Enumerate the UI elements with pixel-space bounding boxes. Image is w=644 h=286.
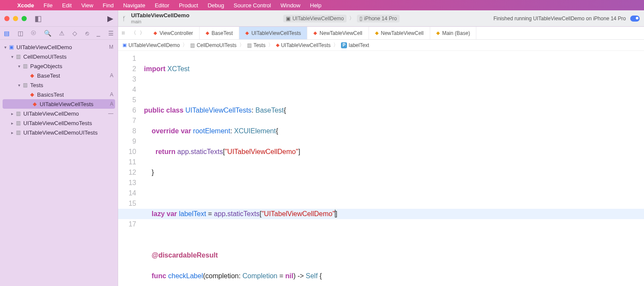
swift-file-icon: ◆ — [245, 30, 249, 36]
debug-navigator-icon[interactable]: ⎋ — [85, 30, 89, 37]
minimize-button[interactable] — [13, 16, 18, 21]
menu-window[interactable]: Window — [281, 2, 300, 9]
symbol-navigator-icon[interactable]: ⦾ — [31, 29, 36, 37]
menu-view[interactable]: View — [81, 2, 93, 9]
editor-tab-newtableviewcell[interactable]: ◆NewTableViewCell — [369, 27, 430, 39]
nav-item-tests[interactable]: ▾▥Tests — [0, 80, 118, 90]
text-cursor — [335, 210, 335, 217]
xcode-cloud-icon[interactable] — [630, 16, 640, 22]
folder-icon: ▥ — [22, 63, 28, 69]
run-button-icon[interactable]: ▶ — [107, 14, 113, 23]
nav-item-label: BaseTest — [37, 72, 107, 79]
breakpoint-navigator-icon[interactable]: ⎯ — [97, 30, 100, 37]
swift-icon: ◆ — [28, 91, 35, 97]
tab-label: NewTableViewCell — [319, 30, 362, 36]
nav-item-celldemouitests[interactable]: ▾▥CellDemoUITests — [0, 52, 118, 61]
menu-product[interactable]: Product — [179, 2, 198, 9]
nav-item-uitableviewcelldemouitests[interactable]: ▸▥UITableViewCellDemoUITests — [0, 128, 118, 137]
folder-icon: ▥ — [15, 129, 22, 135]
navigator-tabs: ▤ ◫ ⦾ 🔍 ⚠ ◇ ⎋ ⎯ ☰ — [0, 27, 118, 40]
menu-file[interactable]: File — [44, 2, 53, 9]
report-navigator-icon[interactable]: ☰ — [108, 30, 114, 37]
history-forward-icon[interactable]: 〉 — [140, 29, 145, 37]
nav-item-label: UITableViewCellDemoUITests — [23, 129, 107, 136]
jump-part-0[interactable]: UITableViewCellDemo — [128, 42, 180, 48]
folder-icon: ▥ — [15, 53, 22, 60]
project-navigator-icon[interactable]: ▤ — [4, 30, 9, 37]
device-icon: ▯ — [360, 16, 363, 22]
nav-item-basicstest[interactable]: ◆BasicsTestA — [0, 90, 118, 99]
menu-edit[interactable]: Edit — [62, 2, 72, 9]
scm-badge: M — [107, 44, 113, 50]
nav-item-uitableviewcelldemo[interactable]: ▸▥UITableViewCellDemo— — [0, 109, 118, 118]
interface-file-icon: ◆ — [375, 30, 378, 36]
editor-tab-uitableviewcelltests[interactable]: ◆UITableViewCellTests — [239, 27, 307, 39]
project-title[interactable]: UITableViewCellDemo main — [131, 13, 189, 25]
editor-tab-viewcontroller[interactable]: ◆ViewController — [147, 27, 200, 39]
disclosure-icon[interactable]: ▸ — [9, 121, 15, 126]
tab-label: UITableViewCellTests — [251, 30, 301, 36]
tab-label: BaseTest — [212, 30, 233, 36]
jump-part-1[interactable]: CellDemoUITests — [197, 42, 237, 48]
menu-debug[interactable]: Debug — [208, 2, 224, 9]
nav-item-pageobjects[interactable]: ▾▥PageObjects — [0, 61, 118, 71]
scheme-label: UITableViewCellDemo — [292, 16, 344, 22]
find-navigator-icon[interactable]: 🔍 — [44, 30, 51, 37]
nav-item-label: UITableViewCellTests — [40, 101, 107, 107]
menubar-app[interactable]: Xcode — [17, 2, 34, 9]
menu-navigate[interactable]: Navigate — [123, 2, 145, 9]
code-content[interactable]: import XCTest public class UITableViewCe… — [141, 51, 644, 286]
proj-icon: ▣ — [8, 44, 15, 50]
nav-item-label: UITableViewCellDemo — [16, 44, 107, 50]
disclosure-icon[interactable]: ▾ — [16, 83, 22, 88]
nav-item-basetest[interactable]: ◆BaseTestA — [0, 71, 118, 80]
scm-badge: A — [107, 72, 113, 79]
nav-item-uitableviewcelltests[interactable]: ◆UITableViewCellTestsA — [3, 99, 115, 109]
disclosure-icon[interactable]: ▾ — [3, 45, 8, 50]
jump-bar[interactable]: ▣ UITableViewCellDemo〉 ▥ CellDemoUITests… — [118, 40, 644, 51]
swift-icon: ◆ — [28, 72, 35, 79]
editor-tab-newtableviewcell[interactable]: ◆NewTableViewCell — [307, 27, 369, 39]
navigator-sidebar: ▤ ◫ ⦾ 🔍 ⚠ ◇ ⎋ ⎯ ☰ ▾▣UITableViewCellDemoM… — [0, 27, 118, 286]
disclosure-icon[interactable]: ▸ — [9, 130, 15, 135]
close-button[interactable] — [4, 16, 9, 21]
xcode-window: ◧ ▶ ᚶ UITableViewCellDemo main ▣UITableV… — [0, 10, 644, 286]
disclosure-icon[interactable]: ▾ — [9, 54, 15, 59]
scheme-icon: ▣ — [286, 16, 291, 22]
menu-sourcecontrol[interactable]: Source Control — [234, 2, 271, 9]
menu-editor[interactable]: Editor — [155, 2, 169, 9]
menu-help[interactable]: Help — [310, 2, 322, 9]
tab-label: ViewController — [159, 30, 193, 36]
code-editor[interactable]: 1234567891011121314151617 import XCTest … — [118, 51, 644, 286]
jump-part-3[interactable]: UITableViewCellTests — [281, 42, 331, 48]
toggle-sidebar-icon[interactable]: ◧ — [34, 14, 42, 23]
test-navigator-icon[interactable]: ◇ — [72, 30, 77, 37]
zoom-button[interactable] — [22, 16, 27, 21]
menu-find[interactable]: Find — [103, 2, 113, 9]
nav-item-label: UITableViewCellDemoTests — [23, 120, 107, 126]
issue-navigator-icon[interactable]: ⚠ — [59, 30, 65, 37]
project-tree: ▾▣UITableViewCellDemoM▾▥CellDemoUITests▾… — [0, 40, 118, 140]
run-destination[interactable]: ▣UITableViewCellDemo 〉 ▯iPhone 14 Pro — [194, 15, 488, 22]
interface-file-icon: ◆ — [436, 30, 440, 36]
project-name: UITableViewCellDemo — [131, 13, 189, 19]
nav-item-uitableviewcelldemotests[interactable]: ▸▥UITableViewCellDemoTests — [0, 118, 118, 128]
branch-icon[interactable]: ᚶ — [122, 15, 126, 22]
toolbar-left: ◧ ▶ — [0, 10, 118, 26]
jump-part-2[interactable]: Tests — [253, 42, 266, 48]
disclosure-icon[interactable]: ▸ — [9, 111, 15, 116]
tab-label: NewTableViewCell — [381, 30, 424, 36]
source-control-navigator-icon[interactable]: ◫ — [18, 30, 23, 37]
editor-tab-basetest[interactable]: ◆BaseTest — [200, 27, 239, 39]
editor-tab-main-base-[interactable]: ◆Main (Base) — [430, 27, 477, 39]
swift-file-icon: ◆ — [276, 42, 279, 48]
tab-label: Main (Base) — [442, 30, 470, 36]
mac-menubar: Xcode File Edit View Find Navigate Edito… — [0, 0, 644, 10]
scm-badge: — — [107, 110, 113, 116]
nav-item-uitableviewcelldemo[interactable]: ▾▣UITableViewCellDemoM — [0, 42, 118, 52]
related-items-icon[interactable]: ⌗ — [118, 29, 128, 37]
history-back-icon[interactable]: 〈 — [131, 29, 136, 37]
disclosure-icon[interactable]: ▾ — [16, 64, 22, 69]
jump-part-4[interactable]: labelText — [349, 42, 369, 48]
folder-icon: ▥ — [22, 82, 28, 88]
